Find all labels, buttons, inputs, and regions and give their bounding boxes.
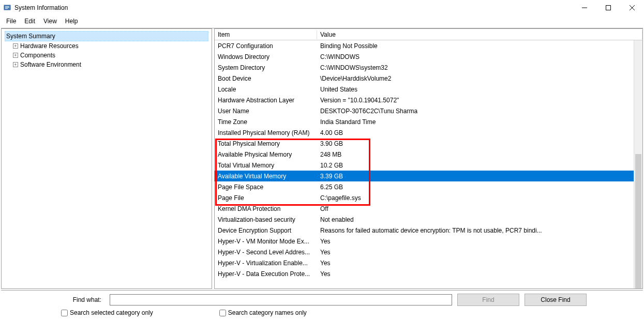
table-row[interactable]: System DirectoryC:\WINDOWS\system32 [215,62,642,73]
table-row[interactable]: Page FileC:\pagefile.sys [215,192,642,203]
find-input[interactable] [110,294,452,305]
cell-value: Yes [317,258,642,268]
find-label: Find what: [1,296,104,303]
tree-system-summary[interactable]: System Summary [5,31,208,41]
search-category-names-check[interactable]: Search category names only [219,309,307,316]
cell-item: Locale [215,85,317,94]
table-row[interactable]: Hyper-V - Second Level Addres...Yes [215,247,642,257]
cell-item: Hyper-V - Virtualization Enable... [215,258,317,268]
cell-item: Hyper-V - VM Monitor Mode Ex... [215,237,317,246]
svg-rect-5 [606,6,611,10]
find-button[interactable]: Find [457,294,519,306]
check-label: Search category names only [228,309,307,316]
cell-item: Boot Device [215,74,317,83]
table-row[interactable]: Total Virtual Memory10.2 GB [215,160,642,171]
cell-item: Hyper-V - Data Execution Prote... [215,269,317,279]
cell-item: PCR7 Configuration [215,41,317,51]
cell-item: System Directory [215,63,317,72]
tree-label: Software Environment [20,61,81,68]
cell-value: Yes [317,269,642,279]
app-icon [3,4,11,12]
table-row[interactable]: Available Physical Memory248 MB [215,149,642,160]
menu-view[interactable]: View [39,17,61,26]
cell-value: Off [317,204,642,213]
vertical-scrollbar[interactable] [634,40,642,288]
menu-file[interactable]: File [2,17,20,26]
checkbox[interactable] [219,310,226,316]
table-row[interactable]: Hyper-V - Data Execution Prote...Yes [215,268,642,279]
table-row[interactable]: LocaleUnited States [215,84,642,95]
table-row[interactable]: User NameDESKTOP-30T6C2C\Tunu Sharma [215,105,642,116]
category-tree[interactable]: System Summary + Hardware Resources + Co… [1,28,212,289]
svg-rect-1 [5,6,9,7]
checkbox[interactable] [61,310,68,316]
cell-value: Reasons for failed automatic device encr… [317,226,642,235]
menubar: File Edit View Help [0,16,644,27]
check-label: Search selected category only [70,309,153,316]
table-row[interactable]: Page File Space6.25 GB [215,181,642,192]
table-row[interactable]: Device Encryption SupportReasons for fai… [215,225,642,236]
maximize-button[interactable] [596,0,620,16]
column-item[interactable]: Item [215,30,317,39]
cell-value: Version = "10.0.19041.5072" [317,96,642,105]
cell-value: 3.39 GB [317,172,642,181]
tree-hardware-resources[interactable]: + Hardware Resources [12,41,208,51]
tree-software-environment[interactable]: + Software Environment [12,60,208,69]
table-row[interactable]: Time ZoneIndia Standard Time [215,116,642,127]
scroll-thumb[interactable] [635,154,641,288]
cell-value: India Standard Time [317,117,642,127]
tree-label: Components [20,52,55,59]
cell-value: C:\pagefile.sys [317,193,642,203]
expand-icon[interactable]: + [13,53,18,58]
cell-value: C:\WINDOWS [317,52,642,62]
expand-icon[interactable]: + [13,62,18,67]
table-row[interactable]: Windows DirectoryC:\WINDOWS [215,51,642,62]
close-find-button[interactable]: Close Find [525,294,587,306]
cell-item: Page File [215,193,317,203]
tree-label: System Summary [6,33,55,40]
tree-components[interactable]: + Components [12,51,208,60]
cell-item: Available Physical Memory [215,150,317,159]
table-row[interactable]: Boot Device\Device\HarddiskVolume2 [215,73,642,84]
table-row[interactable]: Total Physical Memory3.90 GB [215,138,642,149]
table-row[interactable]: Virtualization-based securityNot enabled [215,214,642,225]
cell-item: Kernel DMA Protection [215,204,317,213]
tree-label: Hardware Resources [20,42,79,50]
column-value[interactable]: Value [317,30,642,39]
svg-rect-3 [5,8,8,9]
cell-value: Binding Not Possible [317,41,642,51]
cell-value: DESKTOP-30T6C2C\Tunu Sharma [317,106,642,116]
table-header: Item Value [215,29,642,40]
cell-value: Yes [317,237,642,246]
cell-value: 248 MB [317,150,642,159]
cell-value: United States [317,85,642,94]
cell-item: User Name [215,106,317,116]
menu-edit[interactable]: Edit [20,17,39,26]
table-row[interactable]: Installed Physical Memory (RAM)4.00 GB [215,127,642,138]
menu-help[interactable]: Help [61,17,82,26]
cell-item: Hyper-V - Second Level Addres... [215,248,317,257]
table-row[interactable]: Hyper-V - Virtualization Enable...Yes [215,257,642,268]
cell-value: 4.00 GB [317,128,642,137]
close-button[interactable] [620,0,644,16]
table-row[interactable]: Kernel DMA ProtectionOff [215,203,642,214]
cell-value: Not enabled [317,215,642,224]
cell-item: Available Virtual Memory [215,172,317,181]
cell-item: Time Zone [215,117,317,127]
titlebar[interactable]: System Information [0,0,644,16]
cell-value: Yes [317,248,642,257]
window-title: System Information [14,4,68,11]
find-bar: Find what: Find Close Find Search select… [1,290,643,318]
table-row[interactable]: Hardware Abstraction LayerVersion = "10.… [215,95,642,105]
cell-value: 3.90 GB [317,139,642,148]
cell-value: 10.2 GB [317,161,642,170]
table-row[interactable]: PCR7 ConfigurationBinding Not Possible [215,40,642,51]
cell-item: Page File Space [215,182,317,192]
table-body[interactable]: PCR7 ConfigurationBinding Not PossibleWi… [215,40,642,288]
search-selected-check[interactable]: Search selected category only [61,309,153,316]
cell-value: \Device\HarddiskVolume2 [317,74,642,83]
minimize-button[interactable] [573,0,596,16]
table-row[interactable]: Available Virtual Memory3.39 GB [215,171,642,181]
table-row[interactable]: Hyper-V - VM Monitor Mode Ex...Yes [215,236,642,247]
expand-icon[interactable]: + [13,43,18,49]
